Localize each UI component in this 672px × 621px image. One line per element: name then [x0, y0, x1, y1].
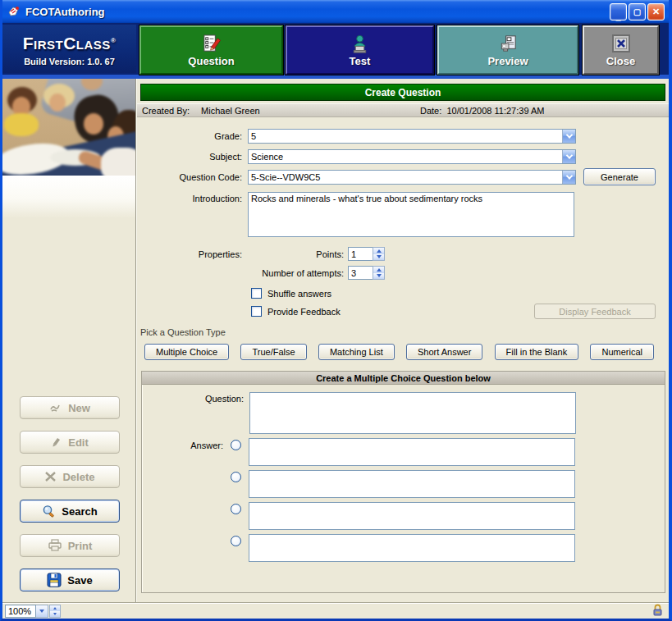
nav-question-label: Question: [188, 55, 234, 67]
type-numerical-button[interactable]: Numerical: [590, 344, 654, 360]
print-button[interactable]: Print: [20, 534, 120, 557]
answer-3-radio[interactable]: [231, 504, 241, 514]
points-label: Points:: [248, 249, 344, 259]
zoom-dropdown-chevron-icon[interactable]: [36, 605, 48, 618]
shuffle-answers-label: Shuffle answers: [267, 289, 331, 299]
question-code-label: Question Code:: [137, 172, 242, 182]
save-floppy-icon: [47, 573, 62, 587]
answer-4-textarea[interactable]: [249, 534, 575, 562]
zoom-stepper[interactable]: [49, 605, 61, 618]
created-by-label: Created By:: [142, 106, 190, 116]
points-input[interactable]: [348, 247, 373, 261]
generate-button[interactable]: Generate: [583, 168, 656, 185]
maximize-button[interactable]: ▢: [629, 3, 646, 21]
grade-select[interactable]: 5: [248, 129, 576, 144]
zoom-level-value[interactable]: 100%: [5, 605, 36, 618]
question-code-select[interactable]: 5-Scie--VDW9C5: [248, 170, 576, 185]
attempts-label: Number of attempts:: [248, 268, 344, 278]
provide-feedback-label: Provide Feedback: [267, 307, 341, 317]
answer-2-radio[interactable]: [231, 472, 241, 482]
close-button[interactable]: ✕: [647, 3, 665, 21]
page-title: Create Question: [140, 84, 665, 101]
grade-dropdown-chevron-icon[interactable]: [562, 130, 575, 143]
nav-question-button[interactable]: Question: [139, 25, 283, 75]
type-fill-in-the-blank-button[interactable]: Fill in the Blank: [495, 344, 579, 360]
registered-mark: ®: [111, 37, 116, 44]
multiple-choice-header: Create a Multiple Choice Question below: [142, 372, 665, 385]
search-icon: [42, 505, 56, 518]
zoom-spin-up-icon[interactable]: [50, 605, 60, 611]
app-icon: [7, 5, 21, 18]
points-spin-up-icon[interactable]: [373, 248, 384, 254]
nav-test-button[interactable]: Test: [286, 25, 434, 75]
delete-button[interactable]: Delete: [20, 465, 120, 488]
preview-document-icon: [498, 34, 519, 54]
nav-test-label: Test: [350, 55, 371, 67]
classroom-photo: [2, 79, 135, 176]
close-x-icon: [610, 33, 632, 54]
attempts-spin-down-icon[interactable]: [373, 273, 384, 280]
introduction-label: Introduction:: [137, 192, 242, 203]
edit-button[interactable]: Edit: [20, 431, 120, 454]
subject-label: Subject:: [137, 152, 242, 162]
answer-4-radio[interactable]: [231, 536, 241, 546]
question-textarea[interactable]: [249, 392, 576, 434]
date-label: Date:: [420, 106, 441, 116]
nav-preview-label: Preview: [487, 55, 528, 67]
firstclass-logo: FirstClass®: [23, 32, 117, 53]
zoom-spin-down-icon[interactable]: [50, 611, 60, 617]
photo-fade: [2, 176, 135, 218]
answer-3-textarea[interactable]: [249, 502, 575, 530]
search-button[interactable]: Search: [20, 500, 120, 523]
print-icon: [48, 539, 62, 552]
question-checklist-icon: [201, 34, 222, 54]
window-title: FCOTAuthoring: [25, 6, 610, 18]
properties-label: Properties:: [137, 249, 242, 259]
display-feedback-button[interactable]: Display Feedback: [534, 304, 656, 319]
type-short-answer-button[interactable]: Short Answer: [406, 344, 482, 360]
meta-bar: Created By: Michael Green Date: 10/01/20…: [137, 103, 669, 117]
build-version: Build Version: 1.0. 67: [24, 57, 115, 66]
type-multiple-choice-button[interactable]: Multiple Choice: [144, 344, 229, 360]
minimize-button[interactable]: _: [610, 3, 627, 21]
title-bar[interactable]: FCOTAuthoring _ ▢ ✕: [2, 0, 669, 23]
type-matching-list-button[interactable]: Matching List: [318, 344, 395, 360]
lock-icon: [652, 604, 663, 616]
question-code-dropdown-chevron-icon[interactable]: [562, 171, 575, 184]
multiple-choice-panel: Create a Multiple Choice Question below …: [141, 371, 665, 593]
save-button[interactable]: Save: [20, 568, 120, 591]
question-label: Question:: [142, 392, 244, 434]
points-spin-down-icon[interactable]: [373, 254, 384, 261]
subject-dropdown-chevron-icon[interactable]: [562, 150, 575, 163]
attempts-stepper: [348, 266, 385, 280]
attempts-input[interactable]: [348, 266, 373, 280]
answer-1-textarea[interactable]: [249, 438, 575, 466]
nav-close-button[interactable]: Close: [583, 25, 659, 75]
subject-select[interactable]: Science: [248, 149, 576, 164]
new-button[interactable]: New: [20, 396, 120, 419]
provide-feedback-checkbox[interactable]: [251, 306, 262, 317]
answer-label: Answer:: [142, 438, 223, 450]
introduction-textarea[interactable]: Rocks and minerals - what's true about s…: [248, 192, 574, 237]
zoom-control[interactable]: 100%: [5, 605, 61, 618]
points-stepper: [348, 247, 385, 261]
type-true-false-button[interactable]: True/False: [240, 344, 306, 360]
date-value: 10/01/2008 11:27:39 AM: [446, 106, 544, 116]
shuffle-answers-checkbox[interactable]: [251, 288, 262, 299]
answer-1-radio[interactable]: [231, 440, 241, 450]
attempts-spin-up-icon[interactable]: [373, 267, 384, 273]
nav-preview-button[interactable]: Preview: [437, 25, 578, 75]
subject-value: Science: [249, 152, 562, 162]
created-by-value: Michael Green: [201, 106, 260, 116]
new-icon: [49, 402, 62, 413]
header-band: FirstClass® Build Version: 1.0. 67 Quest…: [2, 23, 669, 79]
delete-x-icon: [44, 471, 57, 482]
main-panel: Create Question Created By: Michael Gree…: [136, 79, 669, 602]
grade-label: Grade:: [137, 131, 242, 141]
sidebar: New Edit Delete: [2, 79, 136, 602]
answer-2-textarea[interactable]: [249, 470, 575, 498]
brand-panel: FirstClass® Build Version: 1.0. 67: [2, 25, 136, 73]
grade-value: 5: [249, 131, 562, 141]
question-type-section-label: Pick a Question Type: [140, 327, 669, 337]
question-type-buttons: Multiple Choice True/False Matching List…: [144, 344, 654, 360]
